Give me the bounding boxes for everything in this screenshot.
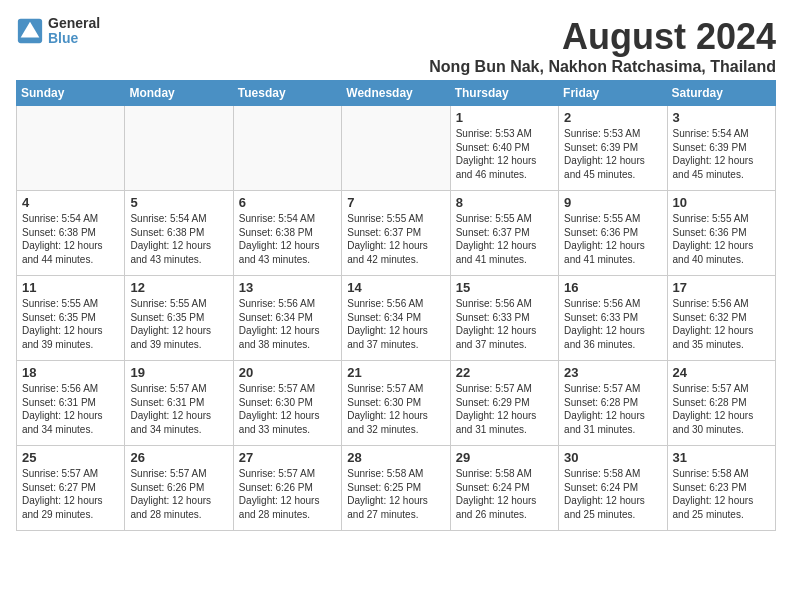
calendar-cell: 21Sunrise: 5:57 AM Sunset: 6:30 PM Dayli… (342, 361, 450, 446)
day-number: 12 (130, 280, 227, 295)
calendar-cell: 23Sunrise: 5:57 AM Sunset: 6:28 PM Dayli… (559, 361, 667, 446)
day-number: 20 (239, 365, 336, 380)
day-info: Sunrise: 5:56 AM Sunset: 6:34 PM Dayligh… (347, 297, 444, 351)
calendar-cell: 27Sunrise: 5:57 AM Sunset: 6:26 PM Dayli… (233, 446, 341, 531)
day-number: 31 (673, 450, 770, 465)
day-info: Sunrise: 5:54 AM Sunset: 6:38 PM Dayligh… (130, 212, 227, 266)
day-info: Sunrise: 5:58 AM Sunset: 6:25 PM Dayligh… (347, 467, 444, 521)
day-info: Sunrise: 5:56 AM Sunset: 6:33 PM Dayligh… (456, 297, 553, 351)
day-info: Sunrise: 5:58 AM Sunset: 6:24 PM Dayligh… (564, 467, 661, 521)
day-info: Sunrise: 5:56 AM Sunset: 6:32 PM Dayligh… (673, 297, 770, 351)
title-block: August 2024 Nong Bun Nak, Nakhon Ratchas… (429, 16, 776, 76)
day-number: 13 (239, 280, 336, 295)
calendar-week-4: 25Sunrise: 5:57 AM Sunset: 6:27 PM Dayli… (17, 446, 776, 531)
day-info: Sunrise: 5:57 AM Sunset: 6:28 PM Dayligh… (564, 382, 661, 436)
day-info: Sunrise: 5:53 AM Sunset: 6:39 PM Dayligh… (564, 127, 661, 181)
day-number: 17 (673, 280, 770, 295)
calendar-cell: 31Sunrise: 5:58 AM Sunset: 6:23 PM Dayli… (667, 446, 775, 531)
calendar-cell: 18Sunrise: 5:56 AM Sunset: 6:31 PM Dayli… (17, 361, 125, 446)
month-title: August 2024 (429, 16, 776, 58)
logo-general-text: General (48, 16, 100, 31)
day-number: 7 (347, 195, 444, 210)
calendar-week-1: 4Sunrise: 5:54 AM Sunset: 6:38 PM Daylig… (17, 191, 776, 276)
calendar-cell: 24Sunrise: 5:57 AM Sunset: 6:28 PM Dayli… (667, 361, 775, 446)
day-info: Sunrise: 5:55 AM Sunset: 6:35 PM Dayligh… (130, 297, 227, 351)
calendar-cell: 4Sunrise: 5:54 AM Sunset: 6:38 PM Daylig… (17, 191, 125, 276)
day-info: Sunrise: 5:58 AM Sunset: 6:24 PM Dayligh… (456, 467, 553, 521)
day-number: 27 (239, 450, 336, 465)
location-title: Nong Bun Nak, Nakhon Ratchasima, Thailan… (429, 58, 776, 76)
day-info: Sunrise: 5:55 AM Sunset: 6:36 PM Dayligh… (564, 212, 661, 266)
day-info: Sunrise: 5:55 AM Sunset: 6:35 PM Dayligh… (22, 297, 119, 351)
day-info: Sunrise: 5:54 AM Sunset: 6:38 PM Dayligh… (239, 212, 336, 266)
day-info: Sunrise: 5:57 AM Sunset: 6:26 PM Dayligh… (130, 467, 227, 521)
header-thursday: Thursday (450, 81, 558, 106)
day-info: Sunrise: 5:57 AM Sunset: 6:31 PM Dayligh… (130, 382, 227, 436)
day-info: Sunrise: 5:56 AM Sunset: 6:34 PM Dayligh… (239, 297, 336, 351)
day-number: 8 (456, 195, 553, 210)
calendar-cell: 12Sunrise: 5:55 AM Sunset: 6:35 PM Dayli… (125, 276, 233, 361)
calendar-cell: 22Sunrise: 5:57 AM Sunset: 6:29 PM Dayli… (450, 361, 558, 446)
day-number: 30 (564, 450, 661, 465)
calendar-cell: 25Sunrise: 5:57 AM Sunset: 6:27 PM Dayli… (17, 446, 125, 531)
calendar-cell: 28Sunrise: 5:58 AM Sunset: 6:25 PM Dayli… (342, 446, 450, 531)
day-info: Sunrise: 5:55 AM Sunset: 6:37 PM Dayligh… (347, 212, 444, 266)
day-number: 1 (456, 110, 553, 125)
calendar-cell: 11Sunrise: 5:55 AM Sunset: 6:35 PM Dayli… (17, 276, 125, 361)
calendar-cell: 1Sunrise: 5:53 AM Sunset: 6:40 PM Daylig… (450, 106, 558, 191)
calendar-cell: 14Sunrise: 5:56 AM Sunset: 6:34 PM Dayli… (342, 276, 450, 361)
calendar-body: 1Sunrise: 5:53 AM Sunset: 6:40 PM Daylig… (17, 106, 776, 531)
calendar-cell: 6Sunrise: 5:54 AM Sunset: 6:38 PM Daylig… (233, 191, 341, 276)
day-number: 16 (564, 280, 661, 295)
calendar-cell: 17Sunrise: 5:56 AM Sunset: 6:32 PM Dayli… (667, 276, 775, 361)
calendar-cell: 13Sunrise: 5:56 AM Sunset: 6:34 PM Dayli… (233, 276, 341, 361)
day-number: 18 (22, 365, 119, 380)
logo-icon (16, 17, 44, 45)
calendar-cell: 19Sunrise: 5:57 AM Sunset: 6:31 PM Dayli… (125, 361, 233, 446)
day-info: Sunrise: 5:55 AM Sunset: 6:36 PM Dayligh… (673, 212, 770, 266)
calendar-cell: 2Sunrise: 5:53 AM Sunset: 6:39 PM Daylig… (559, 106, 667, 191)
day-number: 26 (130, 450, 227, 465)
calendar-cell: 20Sunrise: 5:57 AM Sunset: 6:30 PM Dayli… (233, 361, 341, 446)
header-saturday: Saturday (667, 81, 775, 106)
day-info: Sunrise: 5:57 AM Sunset: 6:30 PM Dayligh… (239, 382, 336, 436)
day-info: Sunrise: 5:57 AM Sunset: 6:27 PM Dayligh… (22, 467, 119, 521)
day-info: Sunrise: 5:57 AM Sunset: 6:28 PM Dayligh… (673, 382, 770, 436)
day-number: 10 (673, 195, 770, 210)
day-number: 28 (347, 450, 444, 465)
day-info: Sunrise: 5:54 AM Sunset: 6:39 PM Dayligh… (673, 127, 770, 181)
header-tuesday: Tuesday (233, 81, 341, 106)
day-info: Sunrise: 5:56 AM Sunset: 6:31 PM Dayligh… (22, 382, 119, 436)
header-wednesday: Wednesday (342, 81, 450, 106)
calendar-cell (233, 106, 341, 191)
day-info: Sunrise: 5:57 AM Sunset: 6:29 PM Dayligh… (456, 382, 553, 436)
logo: General Blue (16, 16, 100, 47)
calendar-cell: 29Sunrise: 5:58 AM Sunset: 6:24 PM Dayli… (450, 446, 558, 531)
calendar-week-0: 1Sunrise: 5:53 AM Sunset: 6:40 PM Daylig… (17, 106, 776, 191)
calendar-cell: 5Sunrise: 5:54 AM Sunset: 6:38 PM Daylig… (125, 191, 233, 276)
day-number: 19 (130, 365, 227, 380)
calendar-table: SundayMondayTuesdayWednesdayThursdayFrid… (16, 80, 776, 531)
calendar-cell: 30Sunrise: 5:58 AM Sunset: 6:24 PM Dayli… (559, 446, 667, 531)
day-number: 25 (22, 450, 119, 465)
day-info: Sunrise: 5:54 AM Sunset: 6:38 PM Dayligh… (22, 212, 119, 266)
logo-text: General Blue (48, 16, 100, 47)
page-header: General Blue August 2024 Nong Bun Nak, N… (16, 16, 776, 76)
calendar-cell: 26Sunrise: 5:57 AM Sunset: 6:26 PM Dayli… (125, 446, 233, 531)
calendar-week-3: 18Sunrise: 5:56 AM Sunset: 6:31 PM Dayli… (17, 361, 776, 446)
calendar-cell (17, 106, 125, 191)
calendar-cell: 10Sunrise: 5:55 AM Sunset: 6:36 PM Dayli… (667, 191, 775, 276)
day-number: 5 (130, 195, 227, 210)
logo-blue-text: Blue (48, 31, 100, 46)
calendar-cell (342, 106, 450, 191)
day-number: 4 (22, 195, 119, 210)
day-info: Sunrise: 5:57 AM Sunset: 6:26 PM Dayligh… (239, 467, 336, 521)
header-friday: Friday (559, 81, 667, 106)
header-monday: Monday (125, 81, 233, 106)
calendar-cell: 16Sunrise: 5:56 AM Sunset: 6:33 PM Dayli… (559, 276, 667, 361)
day-number: 22 (456, 365, 553, 380)
calendar-week-2: 11Sunrise: 5:55 AM Sunset: 6:35 PM Dayli… (17, 276, 776, 361)
day-info: Sunrise: 5:55 AM Sunset: 6:37 PM Dayligh… (456, 212, 553, 266)
calendar-cell: 15Sunrise: 5:56 AM Sunset: 6:33 PM Dayli… (450, 276, 558, 361)
calendar-cell: 7Sunrise: 5:55 AM Sunset: 6:37 PM Daylig… (342, 191, 450, 276)
